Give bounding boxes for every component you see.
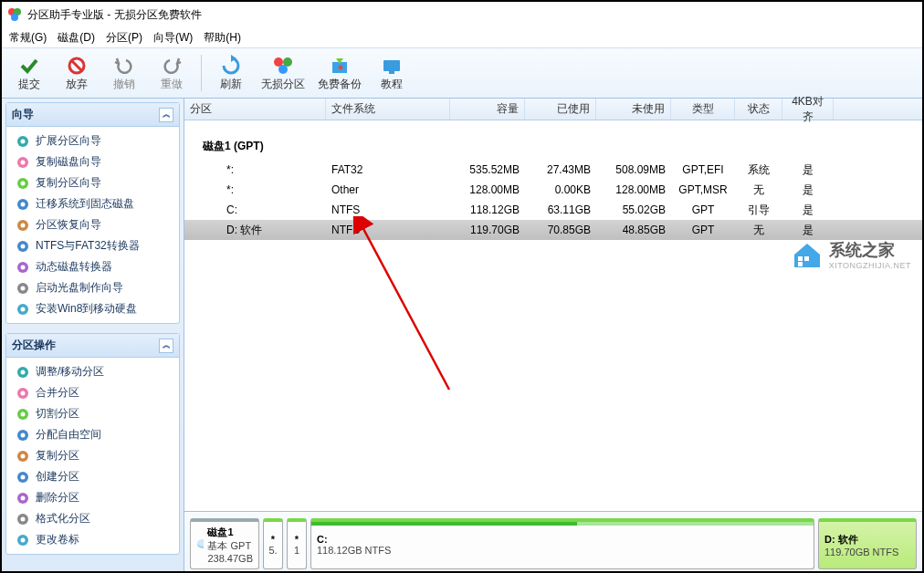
cell-align: 是: [782, 223, 834, 238]
table-row[interactable]: D: 软件NTFS119.70GB70.85GB48.85GBGPT无是: [184, 220, 922, 240]
chip-d-sub: 119.70GB NTFS: [824, 547, 910, 557]
svg-point-46: [21, 537, 26, 542]
cell-state: 无: [735, 182, 782, 198]
disk-label[interactable]: 磁盘1 (GPT): [184, 120, 922, 160]
disk-chip-p1[interactable]: * 5.: [263, 518, 283, 569]
panel-item[interactable]: 扩展分区向导: [6, 130, 179, 151]
panel-item[interactable]: 复制磁盘向导: [6, 151, 179, 172]
panel-item-label: 迁移系统到固态磁盘: [36, 196, 134, 212]
item-icon: [16, 386, 30, 401]
panel-item[interactable]: 调整/移动分区: [6, 361, 179, 382]
svg-point-12: [21, 139, 26, 143]
cell-unused: 128.00MB: [596, 183, 671, 196]
table-row[interactable]: *:Other128.00MB0.00KB128.00MBGPT,MSR无是: [184, 180, 922, 200]
disk-chip-d[interactable]: D: 软件 119.70GB NTFS: [818, 518, 917, 569]
panel-item-label: 切割分区: [36, 406, 79, 422]
panel-item[interactable]: 分区恢复向导: [6, 214, 179, 235]
th-unused[interactable]: 未使用: [596, 99, 671, 120]
panel-item[interactable]: 安装Win8到移动硬盘: [6, 298, 179, 319]
svg-point-34: [21, 412, 26, 416]
panel-item[interactable]: 切割分区: [6, 403, 179, 424]
th-state[interactable]: 状态: [735, 99, 782, 120]
collapse-icon[interactable]: ︽: [159, 108, 173, 122]
window-title: 分区助手专业版 - 无损分区免费软件: [27, 7, 202, 23]
app-icon: [7, 7, 22, 22]
menu-general[interactable]: 常规(G): [9, 30, 47, 46]
panel-item[interactable]: 复制分区向导: [6, 172, 179, 193]
svg-point-24: [21, 265, 26, 269]
svg-point-22: [21, 244, 26, 248]
item-icon: [16, 239, 30, 254]
panel-item[interactable]: 删除分区: [6, 487, 179, 508]
menu-wizard[interactable]: 向导(W): [153, 30, 193, 46]
collapse-icon[interactable]: ︽: [159, 339, 173, 353]
cell-fs: FAT32: [326, 163, 450, 176]
item-icon: [16, 491, 30, 505]
item-icon: [16, 302, 30, 317]
item-icon: [16, 365, 30, 380]
th-align[interactable]: 4KB对齐: [782, 99, 834, 120]
cell-align: 是: [782, 162, 834, 178]
tutorial-button[interactable]: 教程: [370, 50, 414, 96]
panel-item[interactable]: NTFS与FAT32转换器: [6, 235, 179, 256]
table-row[interactable]: C:NTFS118.12GB63.11GB55.02GBGPT引导是: [184, 200, 922, 220]
svg-rect-50: [798, 262, 803, 266]
cell-fs: Other: [326, 183, 450, 196]
panel-item[interactable]: 动态磁盘转换器: [6, 256, 179, 277]
th-type[interactable]: 类型: [671, 99, 735, 120]
panel-item[interactable]: 更改卷标: [6, 529, 179, 550]
disk-chip-disk[interactable]: 磁盘1 基本 GPT 238.47GB: [190, 518, 259, 569]
undo-button[interactable]: 撤销: [102, 50, 146, 96]
menu-disk[interactable]: 磁盘(D): [58, 30, 95, 46]
cell-cap: 118.12GB: [450, 203, 525, 216]
cell-unused: 55.02GB: [596, 203, 671, 216]
redo-button[interactable]: 重做: [150, 50, 194, 96]
discard-button[interactable]: 放弃: [55, 50, 99, 96]
panel-item[interactable]: 启动光盘制作向导: [6, 277, 179, 298]
panel-item[interactable]: 合并分区: [6, 382, 179, 403]
panel-item-label: 安装Win8到移动硬盘: [36, 301, 137, 317]
backup-icon: [329, 55, 351, 77]
panel-item[interactable]: 创建分区: [6, 466, 179, 487]
svg-point-14: [21, 160, 26, 164]
svg-line-4: [72, 61, 81, 70]
disk-sub1: 基本 GPT: [207, 539, 253, 553]
lossless-button[interactable]: 无损分区: [257, 50, 310, 96]
refresh-button[interactable]: 刷新: [209, 50, 253, 96]
panel-item-label: 删除分区: [36, 490, 79, 505]
menu-partition[interactable]: 分区(P): [106, 30, 142, 46]
th-partition[interactable]: 分区: [184, 99, 326, 120]
cell-partition: D: 软件: [221, 223, 326, 238]
panel-item[interactable]: 迁移系统到固态磁盘: [6, 193, 179, 214]
disk-sub2: 238.47GB: [207, 553, 253, 564]
cell-partition: C:: [221, 203, 326, 216]
th-used[interactable]: 已使用: [525, 99, 596, 120]
main-area: 分区 文件系统 容量 已使用 未使用 类型 状态 4KB对齐 磁盘1 (GPT)…: [184, 99, 922, 573]
ops-panel-header[interactable]: 分区操作 ︽: [6, 334, 179, 358]
cell-unused: 48.85GB: [596, 224, 671, 236]
th-fs[interactable]: 文件系统: [326, 99, 450, 120]
panel-item[interactable]: 格式化分区: [6, 508, 179, 529]
menu-help[interactable]: 帮助(H): [204, 30, 241, 46]
panel-item[interactable]: 复制分区: [6, 445, 179, 466]
table-row[interactable]: *:FAT32535.52MB27.43MB508.09MBGPT,EFI系统是: [184, 160, 922, 180]
wizard-panel-header[interactable]: 向导 ︽: [6, 103, 179, 127]
commit-button[interactable]: 提交: [7, 50, 51, 96]
panel-item[interactable]: 分配自由空间: [6, 424, 179, 445]
item-icon: [16, 197, 30, 212]
annotation-arrow: [349, 216, 467, 399]
th-capacity[interactable]: 容量: [450, 99, 525, 120]
cell-type: GPT,EFI: [671, 163, 735, 176]
item-icon: [16, 512, 30, 526]
table-body[interactable]: 磁盘1 (GPT) *:FAT32535.52MB27.43MB508.09MB…: [184, 120, 922, 511]
disk-chip-p2[interactable]: * 1: [287, 518, 307, 569]
panel-item-label: 复制分区向导: [36, 175, 101, 191]
cell-fs: NTFS: [326, 203, 450, 216]
disk-map: 磁盘1 基本 GPT 238.47GB * 5. * 1 C: 118.12GB…: [184, 511, 922, 573]
disk-chip-c[interactable]: C: 118.12GB NTFS: [310, 518, 814, 569]
backup-button[interactable]: 免费备份: [313, 50, 366, 96]
cell-state: 引导: [735, 203, 782, 218]
item-icon: [16, 470, 30, 484]
cell-used: 70.85GB: [525, 224, 596, 236]
item-icon: [16, 533, 30, 547]
